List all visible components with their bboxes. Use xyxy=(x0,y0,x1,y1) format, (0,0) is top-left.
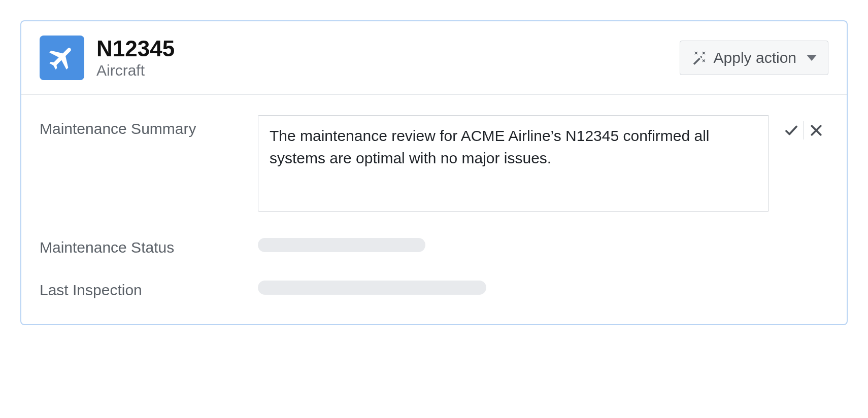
cancel-button[interactable] xyxy=(804,120,828,141)
title-block: N12345 Aircraft xyxy=(96,37,175,79)
confirm-button[interactable] xyxy=(779,120,804,141)
header-left: N12345 Aircraft xyxy=(40,36,175,80)
maintenance-summary-row: Maintenance Summary xyxy=(40,115,828,214)
airplane-icon xyxy=(40,36,84,80)
maintenance-summary-input[interactable] xyxy=(258,115,769,212)
maintenance-summary-label: Maintenance Summary xyxy=(40,115,258,137)
check-icon xyxy=(784,123,799,138)
maintenance-status-label: Maintenance Status xyxy=(40,234,258,256)
magic-wand-icon xyxy=(691,50,707,65)
apply-action-label: Apply action xyxy=(714,49,796,66)
aircraft-subtitle: Aircraft xyxy=(96,62,175,79)
last-inspection-label: Last Inspection xyxy=(40,276,258,299)
aircraft-title: N12345 xyxy=(96,37,175,61)
chevron-down-icon xyxy=(807,55,817,61)
apply-action-button[interactable]: Apply action xyxy=(680,41,828,75)
card-body: Maintenance Summary Maintenance Status xyxy=(21,95,847,324)
aircraft-card: N12345 Aircraft Apply action Maintenance… xyxy=(20,20,848,325)
close-icon xyxy=(809,123,824,138)
maintenance-status-row: Maintenance Status xyxy=(40,234,828,256)
last-inspection-skeleton xyxy=(258,281,486,295)
maintenance-summary-value xyxy=(258,115,828,214)
last-inspection-row: Last Inspection xyxy=(40,276,828,299)
edit-actions xyxy=(779,115,828,141)
card-header: N12345 Aircraft Apply action xyxy=(21,21,847,95)
maintenance-status-skeleton xyxy=(258,238,425,252)
